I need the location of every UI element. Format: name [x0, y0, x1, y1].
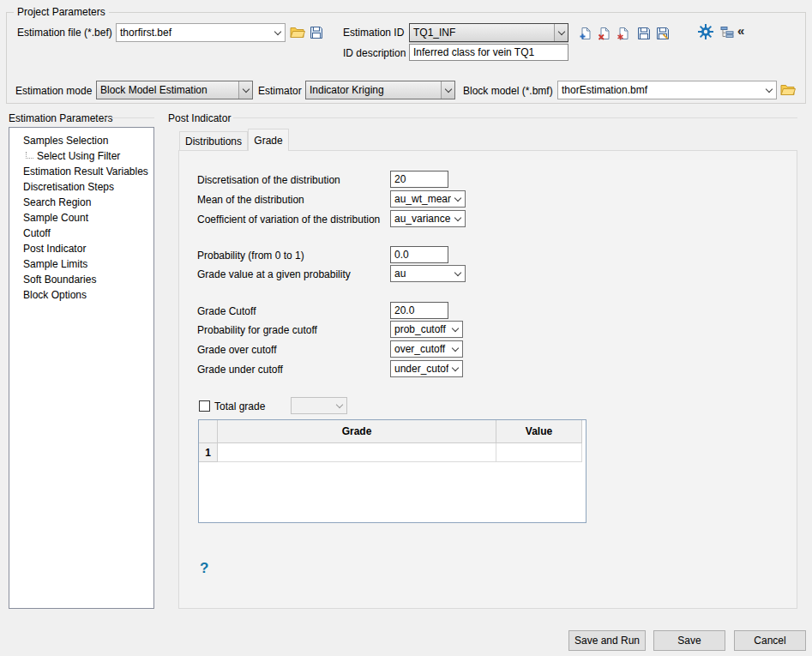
estimator-value: Indicator Kriging — [306, 84, 441, 96]
under-cutoff-value: under_cutoff — [391, 363, 448, 375]
browse-block-model-folder-icon[interactable] — [780, 82, 796, 98]
estimation-mode-combobox[interactable]: Block Model Estimation — [96, 81, 253, 99]
block-model-label: Block model (*.bmf) — [463, 85, 553, 97]
tree-branch-line — [26, 152, 33, 159]
mean-value: au_wt_mean — [391, 193, 451, 205]
group-divider-line — [105, 117, 154, 118]
grade-value-value: au — [391, 268, 451, 280]
sidebar-item-search-region[interactable]: Search Region — [9, 195, 153, 210]
tab-distributions[interactable]: Distributions — [179, 131, 248, 150]
sidebar-item-post-indicator[interactable]: Post Indicator — [9, 241, 153, 256]
coefficient-value: au_variance — [391, 213, 451, 225]
grade-cutoff-label: Grade Cutoff — [197, 305, 256, 317]
table-header-grade[interactable]: Grade — [218, 420, 496, 443]
chevron-down-icon — [554, 24, 568, 41]
estimation-parameters-list: Samples Selection Select Using Filter Es… — [9, 127, 154, 609]
table-cell-value[interactable] — [496, 443, 582, 462]
estimation-file-value: thorfirst.bef — [117, 27, 271, 39]
discretisation-input[interactable] — [390, 171, 448, 188]
chevron-down-icon — [271, 24, 285, 41]
estimation-mode-value: Block Model Estimation — [97, 84, 238, 96]
estimation-id-label: Estimation ID — [343, 27, 404, 39]
estimator-combobox[interactable]: Indicator Kriging — [305, 81, 455, 99]
coefficient-label: Coefficient of variation of the distribu… — [197, 214, 380, 226]
sidebar-item-sample-limits[interactable]: Sample Limits — [9, 256, 153, 272]
group-divider-line — [233, 117, 797, 118]
table-corner-cell[interactable] — [199, 420, 218, 443]
sidebar-item-estimation-result-variables[interactable]: Estimation Result Variables — [9, 164, 153, 179]
prob-cutoff-label: Probability for grade cutoff — [197, 324, 317, 336]
chevron-down-icon — [448, 361, 462, 376]
over-cutoff-label: Grade over cutoff — [197, 344, 277, 356]
estimation-id-combobox[interactable]: TQ1_INF — [409, 23, 568, 42]
grade-value-table: Grade Value 1 — [198, 419, 586, 523]
under-cutoff-label: Grade under cutoff — [197, 364, 283, 376]
coefficient-combobox[interactable]: au_variance — [390, 210, 466, 227]
chevron-down-icon — [451, 191, 465, 207]
chevron-down-icon — [238, 81, 252, 99]
id-description-input[interactable] — [409, 44, 568, 61]
over-cutoff-value: over_cutoff — [391, 343, 448, 355]
table-row-header[interactable]: 1 — [199, 443, 218, 462]
post-indicator-label: Post Indicator — [168, 112, 231, 124]
mean-label: Mean of the distribution — [197, 194, 304, 206]
chevron-down-icon — [448, 341, 462, 357]
save-estimation-id-icon[interactable] — [636, 26, 652, 41]
rename-estimation-id-icon[interactable] — [616, 26, 631, 41]
chevron-down-icon — [333, 398, 346, 413]
settings-gear-icon[interactable] — [698, 24, 713, 39]
sidebar-item-block-options[interactable]: Block Options — [9, 287, 153, 303]
table-row: 1 — [199, 443, 586, 462]
estimator-label: Estimator — [258, 85, 302, 97]
chevron-down-icon — [451, 266, 465, 281]
estimation-file-combobox[interactable]: thorfirst.bef — [116, 23, 286, 42]
project-parameters-group-label: Project Parameters — [14, 6, 109, 18]
cancel-button[interactable]: Cancel — [734, 630, 806, 651]
mean-combobox[interactable]: au_wt_mean — [390, 190, 466, 208]
sidebar-item-select-using-filter[interactable]: Select Using Filter — [9, 148, 153, 164]
total-grade-checkbox[interactable] — [199, 400, 210, 412]
save-as-estimation-id-icon[interactable] — [655, 26, 671, 41]
collapse-panel-icon[interactable]: « — [737, 23, 744, 38]
browse-estimation-file-folder-icon[interactable] — [290, 25, 305, 40]
save-button[interactable]: Save — [653, 630, 725, 651]
total-grade-combobox[interactable] — [291, 397, 347, 414]
chevron-down-icon — [762, 81, 776, 99]
tree-view-icon[interactable] — [719, 25, 735, 40]
estimation-parameters-label: Estimation Parameters — [9, 112, 112, 124]
save-estimation-file-icon[interactable] — [309, 25, 324, 40]
prob-cutoff-combobox[interactable]: prob_cutoff — [390, 321, 463, 338]
total-grade-label: Total grade — [214, 400, 265, 412]
over-cutoff-combobox[interactable]: over_cutoff — [390, 340, 463, 358]
block-model-combobox[interactable]: thorEstimation.bmf — [557, 81, 777, 99]
sidebar-item-samples-selection[interactable]: Samples Selection — [9, 133, 153, 148]
sidebar-item-cutoff[interactable]: Cutoff — [9, 226, 153, 241]
chevron-down-icon — [451, 211, 465, 226]
table-header-row: Grade Value — [199, 420, 586, 443]
grade-cutoff-input[interactable] — [390, 302, 448, 319]
estimation-mode-label: Estimation mode — [15, 85, 92, 97]
add-estimation-id-icon[interactable] — [578, 26, 593, 41]
estimation-id-value: TQ1_INF — [410, 27, 554, 39]
probability-label: Probability (from 0 to 1) — [197, 250, 304, 262]
sidebar-item-soft-boundaries[interactable]: Soft Boundaries — [9, 272, 153, 287]
sidebar-item-discretisation-steps[interactable]: Discretisation Steps — [9, 179, 153, 195]
save-and-run-button[interactable]: Save and Run — [568, 630, 646, 651]
chevron-down-icon — [441, 81, 454, 99]
under-cutoff-combobox[interactable]: under_cutoff — [390, 360, 463, 377]
help-icon[interactable]: ? — [200, 560, 208, 577]
delete-estimation-id-icon[interactable] — [597, 26, 612, 41]
table-header-value[interactable]: Value — [496, 420, 582, 443]
grade-value-label: Grade value at a given probability — [197, 268, 351, 280]
discretisation-label: Discretisation of the distribution — [197, 174, 340, 186]
estimation-dialog: Project Parameters Estimation file (*.be… — [0, 0, 812, 656]
sidebar-item-label: Select Using Filter — [37, 150, 120, 162]
id-description-label: ID description — [343, 47, 406, 59]
tab-grade[interactable]: Grade — [248, 129, 289, 151]
block-model-value: thorEstimation.bmf — [558, 84, 762, 96]
sidebar-item-sample-count[interactable]: Sample Count — [9, 210, 153, 226]
table-cell-grade[interactable] — [218, 443, 496, 462]
prob-cutoff-value: prob_cutoff — [391, 323, 448, 335]
probability-input[interactable] — [390, 246, 448, 263]
grade-value-combobox[interactable]: au — [390, 265, 466, 282]
